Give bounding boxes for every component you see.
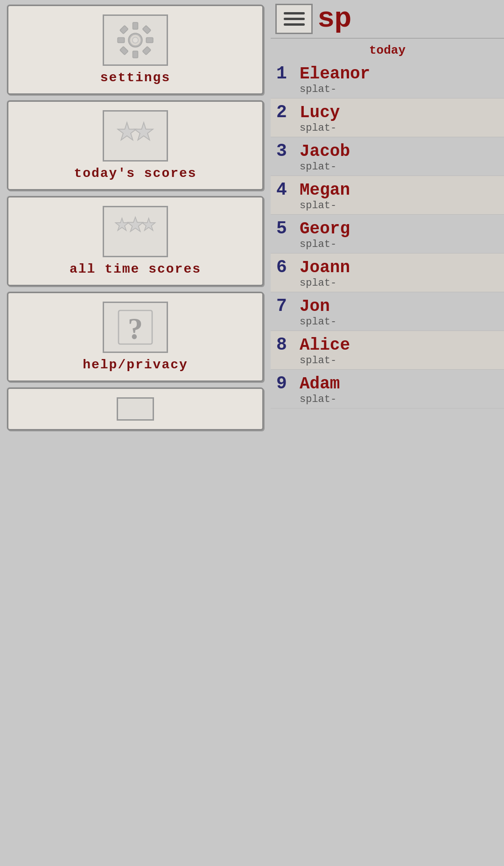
gear-icon xyxy=(114,19,156,61)
hamburger-line-1 xyxy=(284,12,305,14)
player-name: Lucy xyxy=(300,103,340,122)
svg-rect-1 xyxy=(133,22,138,29)
score-row[interactable]: 4Megansplat- xyxy=(271,176,504,215)
score-detail: splat- xyxy=(276,394,498,405)
svg-marker-15 xyxy=(142,218,155,230)
score-row[interactable]: 8Alicesplat- xyxy=(271,331,504,370)
score-detail: splat- xyxy=(276,277,498,289)
svg-rect-2 xyxy=(133,51,138,57)
score-rank: 5 xyxy=(276,218,296,239)
svg-rect-8 xyxy=(142,47,151,55)
help-privacy-label: help/privacy xyxy=(83,358,188,372)
score-row[interactable]: 6Joannsplat- xyxy=(271,253,504,292)
player-name: Eleanor xyxy=(300,64,370,84)
left-menu-panel: settings today's scores all time scores xyxy=(0,0,271,866)
hamburger-button[interactable] xyxy=(275,4,313,34)
score-row[interactable]: 5Georgsplat- xyxy=(271,215,504,253)
player-name: Georg xyxy=(300,219,350,239)
score-rank: 1 xyxy=(276,63,296,84)
score-detail: splat- xyxy=(276,161,498,173)
score-rank: 3 xyxy=(276,141,296,161)
svg-marker-12 xyxy=(134,122,153,140)
right-panel: sp today 1Eleanorsplat-2Lucysplat-3Jacob… xyxy=(271,0,504,866)
score-rank: 8 xyxy=(276,335,296,355)
question-icon: ? xyxy=(114,306,156,348)
all-time-scores-card[interactable]: all time scores xyxy=(7,196,264,286)
all-time-scores-label: all time scores xyxy=(70,262,201,276)
settings-icon-box xyxy=(103,14,168,66)
app-title: sp xyxy=(317,5,351,34)
score-rank: 2 xyxy=(276,102,296,122)
score-row[interactable]: 9Adamsplat- xyxy=(271,370,504,408)
player-name: Jacob xyxy=(300,142,350,161)
today-scores-label: today's scores xyxy=(74,166,196,181)
score-row[interactable]: 2Lucysplat- xyxy=(271,99,504,137)
score-row[interactable]: 7Jonsplat- xyxy=(271,292,504,331)
svg-marker-14 xyxy=(128,217,143,232)
today-scores-icon-box xyxy=(103,110,168,162)
right-header: sp xyxy=(271,0,504,39)
svg-text:?: ? xyxy=(128,312,143,345)
score-detail: splat- xyxy=(276,355,498,366)
all-time-scores-icon-box xyxy=(103,206,168,257)
help-privacy-icon-box: ? xyxy=(103,302,168,353)
score-rank: 4 xyxy=(276,180,296,200)
settings-card[interactable]: settings xyxy=(7,5,264,95)
player-name: Joann xyxy=(300,258,350,277)
extra-icon-box xyxy=(117,397,154,421)
score-row[interactable]: 3Jacobsplat- xyxy=(271,137,504,176)
score-rank: 9 xyxy=(276,373,296,394)
score-detail: splat- xyxy=(276,239,498,250)
hamburger-line-3 xyxy=(284,23,305,26)
player-name: Alice xyxy=(300,336,350,355)
svg-rect-5 xyxy=(120,26,128,34)
score-detail: splat- xyxy=(276,316,498,328)
score-rank: 7 xyxy=(276,296,296,316)
score-row[interactable]: 1Eleanorsplat- xyxy=(271,60,504,99)
player-name: Jon xyxy=(300,297,330,316)
extra-card[interactable] xyxy=(7,387,264,430)
svg-marker-11 xyxy=(118,122,136,140)
score-rank: 6 xyxy=(276,257,296,277)
svg-rect-7 xyxy=(120,47,128,55)
settings-label: settings xyxy=(100,70,170,85)
three-stars-icon xyxy=(114,211,156,253)
svg-rect-3 xyxy=(118,38,124,43)
score-detail: splat- xyxy=(276,200,498,211)
score-detail: splat- xyxy=(276,122,498,134)
hamburger-line-2 xyxy=(284,18,305,20)
player-name: Megan xyxy=(300,181,350,200)
today-scores-card[interactable]: today's scores xyxy=(7,100,264,190)
score-detail: splat- xyxy=(276,84,498,95)
svg-marker-13 xyxy=(115,218,128,230)
two-stars-icon xyxy=(114,115,156,157)
svg-rect-4 xyxy=(146,38,153,43)
player-name: Adam xyxy=(300,374,340,394)
section-label: today xyxy=(271,39,504,60)
scores-list: 1Eleanorsplat-2Lucysplat-3Jacobsplat-4Me… xyxy=(271,60,504,408)
svg-rect-6 xyxy=(142,26,151,34)
svg-point-10 xyxy=(133,37,139,43)
help-privacy-card[interactable]: ? help/privacy xyxy=(7,292,264,382)
